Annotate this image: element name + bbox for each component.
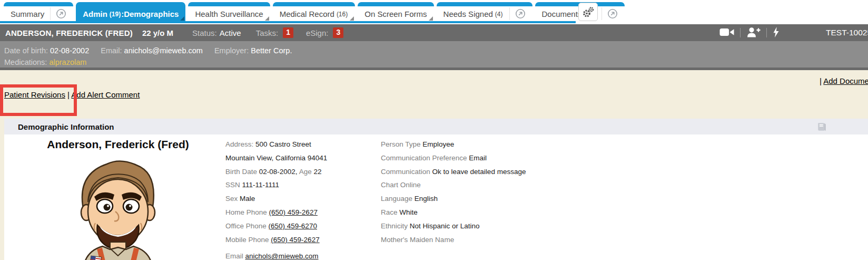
popout-arrow-icon	[607, 8, 618, 19]
divider	[766, 28, 767, 37]
tab-on-screen-forms[interactable]: On Screen Forms	[358, 2, 433, 21]
add-alert-comment-link[interactable]: Add Alert Comment	[71, 90, 140, 99]
communication-preference-row: Communication Preference Email	[381, 151, 526, 165]
person-type-row: Person Type Employee	[381, 138, 526, 151]
info-row-1: Date of birth: 02-08-2002 Email: anichol…	[4, 45, 868, 56]
address-label: Address:	[225, 140, 253, 148]
birth-date-value: 02-08-2002,	[259, 168, 298, 176]
medications-label: Medications:	[4, 58, 47, 66]
needs-signed-popout-button[interactable]	[509, 7, 526, 20]
email-link[interactable]: anichols@mieweb.com	[245, 252, 319, 260]
tab-on-screen-forms-label: On Screen Forms	[364, 9, 427, 18]
video-visit-button[interactable]	[719, 27, 734, 38]
settings-button[interactable]	[578, 3, 598, 21]
birth-date-row: Birth Date 02-08-2002, Age 22	[225, 165, 327, 179]
chart-id: TEST-10025	[826, 28, 868, 37]
person-plus-icon	[746, 27, 761, 37]
add-document-link[interactable]: Add Document	[823, 76, 868, 85]
person-type-label: Person Type	[381, 140, 421, 148]
medications-value[interactable]: alprazolam	[49, 58, 86, 66]
esign-badge[interactable]: 3	[333, 27, 343, 38]
communication-label: Communication	[381, 168, 430, 176]
ssn-row: SSN 111-11-1111	[225, 178, 327, 192]
mobile-phone-label: Mobile Phone	[225, 236, 269, 244]
add-patient-button[interactable]	[746, 27, 761, 39]
tab-admin-count: (19)	[110, 11, 121, 18]
panel-title: Demographic Information	[18, 122, 114, 131]
email-field-label: Email	[225, 252, 243, 260]
quick-actions-button[interactable]	[773, 27, 780, 39]
language-row: Language English	[381, 192, 526, 206]
email-value: anichols@mieweb.com	[124, 46, 203, 55]
tab-needs-signed[interactable]: Needs Signed (4)	[437, 2, 532, 21]
video-camera-icon	[719, 27, 734, 37]
content-area: | Add Document Patient Revisions | Add A…	[0, 70, 868, 260]
book-icon	[816, 121, 827, 132]
communication-value: Ok to leave detailed message	[432, 168, 526, 176]
email-row: Email anichols@mieweb.com	[225, 249, 327, 260]
home-phone-link[interactable]: (650) 459-2627	[269, 208, 318, 216]
office-phone-link[interactable]: (650) 459-6270	[269, 222, 317, 230]
race-row: Race White	[381, 206, 526, 219]
age-value: 22	[313, 168, 321, 176]
ethnicity-value: Not Hispanic or Latino	[410, 222, 480, 230]
chart-online-label: Chart Online	[381, 181, 421, 189]
communication-row: Communication Ok to leave detailed messa…	[381, 165, 526, 179]
highlight-annotation-box	[0, 84, 77, 116]
tab-summary[interactable]: Summary	[4, 2, 73, 21]
employer-value: Better Corp.	[251, 46, 292, 55]
ethnicity-row: Ethnicity Not Hispanic or Latino	[381, 219, 526, 233]
panel-body: Anderson, Frederick (Fred)	[4, 134, 868, 260]
tab-needs-signed-count: (4)	[495, 11, 503, 18]
address-line1: 500 Castro Street	[255, 140, 311, 148]
tab-medical-record[interactable]: Medical Record (16)	[273, 2, 356, 21]
summary-popout-button[interactable]	[50, 7, 66, 20]
race-label: Race	[381, 208, 398, 216]
add-document-action: | Add Document	[820, 76, 868, 85]
tab-admin-suffix: :Demographics	[121, 9, 179, 18]
tab-health-surveillance[interactable]: Health Surveillance	[188, 2, 270, 21]
tab-admin-label: Admin	[83, 9, 107, 18]
journal-button[interactable]	[816, 121, 827, 134]
gears-icon	[582, 6, 595, 18]
ethnicity-label: Ethnicity	[381, 222, 408, 230]
lightning-bolt-icon	[773, 27, 780, 37]
tab-medical-record-label: Medical Record	[280, 9, 334, 18]
office-phone-row: Office Phone (650) 459-6270	[225, 219, 327, 233]
divider	[740, 28, 741, 37]
patient-name: ANDERSON, FREDERICK (FRED)	[5, 28, 133, 37]
tab-medical-record-count: (16)	[337, 11, 348, 18]
email-label: Email:	[101, 46, 122, 55]
race-value: White	[399, 208, 418, 216]
popout-arrow-icon	[56, 8, 66, 19]
tasks-badge[interactable]: 1	[283, 27, 293, 38]
office-phone-label: Office Phone	[225, 222, 267, 230]
patient-age-sex: 22 y/o M	[142, 28, 173, 37]
tab-admin-demographics[interactable]: Admin (19) :Demographics	[76, 2, 185, 21]
status-label: Status:	[192, 28, 217, 37]
home-phone-row: Home Phone (650) 459-2627	[225, 206, 327, 219]
chart-online-row: Chart Online	[381, 178, 526, 192]
address-row: Address: 500 Castro Street	[225, 138, 327, 151]
tab-underline	[0, 21, 576, 23]
sex-row: Sex Male	[225, 192, 327, 206]
patient-revisions-link[interactable]: Patient Revisions	[4, 90, 65, 99]
popout-arrow-icon	[515, 8, 526, 19]
demographics-patient-name: Anderson, Frederick (Fred)	[4, 138, 232, 151]
ssn-label: SSN	[225, 181, 240, 189]
chart-tab-bar: Summary Admin (19) :Demographics Health …	[0, 0, 868, 23]
patient-bar-actions: TEST-10025	[719, 24, 868, 41]
sex-label: Sex	[225, 195, 238, 203]
mobile-phone-link[interactable]: (650) 459-2627	[271, 236, 319, 244]
demographics-right-column: Person Type Employee Communication Prefe…	[381, 138, 526, 246]
language-value: English	[415, 195, 438, 203]
communication-preference-label: Communication Preference	[381, 154, 467, 162]
info-row-2: Medications: alprazolam	[4, 56, 868, 68]
tabs: Summary Admin (19) :Demographics Health …	[4, 2, 625, 21]
documents-popout-button[interactable]	[601, 7, 618, 20]
age-label: Age	[299, 168, 312, 176]
ssn-value: 111-11-1111	[242, 181, 280, 189]
separator: |	[820, 76, 822, 85]
sex-value: Male	[240, 195, 255, 203]
panel-header: Demographic Information	[4, 119, 868, 134]
